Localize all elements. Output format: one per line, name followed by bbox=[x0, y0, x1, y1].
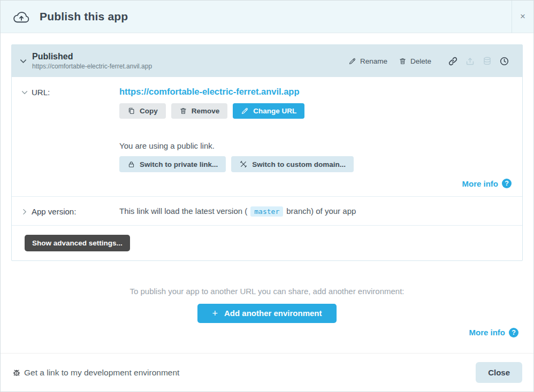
more-info-link[interactable]: More info ? bbox=[462, 179, 512, 188]
pencil-icon bbox=[348, 57, 356, 65]
add-another-environment-button[interactable]: + Add another environment bbox=[197, 304, 336, 323]
public-link-status-text: You are using a public link. bbox=[119, 141, 512, 150]
switch-buttons: Switch to private link... Switch to cust… bbox=[119, 156, 512, 172]
more-info-link[interactable]: More info ? bbox=[469, 328, 519, 337]
change-url-button[interactable]: Change URL bbox=[233, 103, 304, 119]
app-version-label-col: App version: bbox=[12, 197, 119, 225]
link-icon[interactable] bbox=[448, 56, 458, 66]
url-content: https://comfortable-electric-ferret.anvi… bbox=[119, 77, 522, 196]
trash-icon bbox=[179, 107, 187, 115]
chevron-down-icon[interactable] bbox=[21, 89, 28, 96]
question-mark-icon: ? bbox=[509, 328, 518, 337]
url-row: URL: https://comfortable-electric-ferret… bbox=[12, 77, 522, 196]
dialog-body: Published https://comfortable-electric-f… bbox=[1, 33, 533, 353]
add-environment-hint: To publish your app to another URL you c… bbox=[1, 287, 533, 296]
show-advanced-settings-button[interactable]: Show advanced settings... bbox=[25, 235, 130, 251]
dialog-header: Publish this app × bbox=[1, 1, 533, 33]
url-more-info-row: More info ? bbox=[119, 179, 512, 189]
close-icon[interactable]: × bbox=[512, 1, 533, 33]
app-version-label: App version: bbox=[32, 207, 76, 216]
environment-url-subtitle: https://comfortable-electric-ferret.anvi… bbox=[32, 63, 152, 70]
copy-button[interactable]: Copy bbox=[119, 103, 166, 119]
app-url-link[interactable]: https://comfortable-electric-ferret.anvi… bbox=[119, 87, 300, 97]
delete-button[interactable]: Delete bbox=[399, 57, 431, 65]
chevron-right-icon[interactable] bbox=[21, 208, 28, 216]
plus-icon: + bbox=[212, 309, 218, 318]
bug-icon bbox=[12, 368, 21, 377]
card-header-actions: Rename Delete bbox=[348, 56, 509, 66]
copy-icon bbox=[127, 107, 135, 115]
add-environment-button-row: + Add another environment bbox=[1, 304, 533, 323]
environment-name: Published bbox=[32, 52, 152, 62]
switch-to-custom-domain-button[interactable]: Switch to custom domain... bbox=[231, 156, 354, 172]
published-environment-card: Published https://comfortable-electric-f… bbox=[11, 44, 523, 261]
lock-icon bbox=[127, 160, 135, 168]
published-titles: Published https://comfortable-electric-f… bbox=[32, 52, 152, 70]
dev-environment-link[interactable]: Get a link to my development environment bbox=[12, 368, 179, 378]
published-card-header[interactable]: Published https://comfortable-electric-f… bbox=[12, 45, 522, 77]
pencil-icon bbox=[241, 107, 249, 115]
bottom-more-info-row: More info ? bbox=[1, 328, 533, 338]
url-label-col: URL: bbox=[12, 77, 119, 196]
rename-button[interactable]: Rename bbox=[348, 57, 387, 65]
clock-icon[interactable] bbox=[499, 56, 509, 66]
close-button[interactable]: Close bbox=[476, 362, 522, 383]
advanced-settings-row: Show advanced settings... bbox=[12, 225, 522, 260]
app-version-text: This link will load the latest version (… bbox=[119, 197, 522, 225]
environment-icon-buttons bbox=[448, 56, 509, 66]
cloud-upload-icon bbox=[12, 9, 30, 24]
chevron-down-icon[interactable] bbox=[19, 57, 27, 65]
branch-name-chip: master bbox=[250, 206, 283, 217]
app-version-row: App version: This link will load the lat… bbox=[12, 196, 522, 225]
switch-to-private-link-button[interactable]: Switch to private link... bbox=[119, 156, 226, 172]
url-buttons: Copy Remove Change URL bbox=[119, 103, 512, 119]
upload-icon bbox=[465, 56, 475, 66]
remove-button[interactable]: Remove bbox=[171, 103, 228, 119]
trash-icon bbox=[399, 57, 407, 65]
question-mark-icon: ? bbox=[502, 179, 512, 188]
page-title: Publish this app bbox=[40, 10, 128, 23]
database-icon bbox=[482, 56, 492, 66]
crossed-tools-icon bbox=[239, 160, 248, 168]
url-label: URL: bbox=[32, 88, 50, 97]
dialog-footer: Get a link to my development environment… bbox=[1, 353, 533, 391]
